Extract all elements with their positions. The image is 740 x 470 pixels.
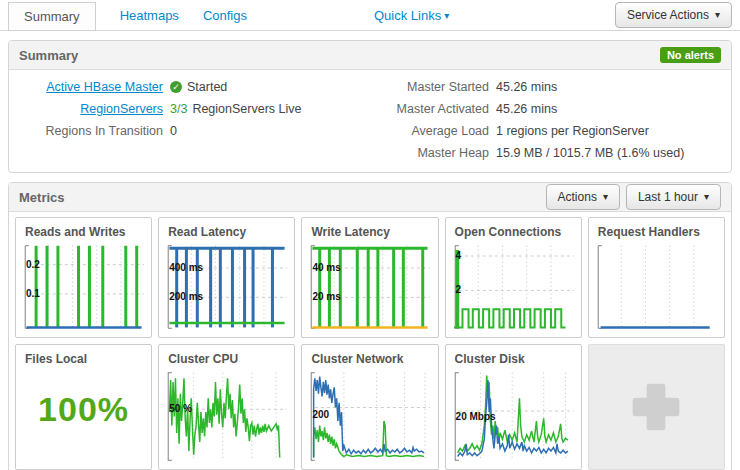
metrics-panel-header: Metrics Actions ▾ Last 1 hour ▾: [9, 183, 731, 212]
regionservers-live-count: 3/3: [170, 102, 187, 116]
quick-links-dropdown[interactable]: Quick Links ▾: [374, 0, 449, 31]
service-actions-label: Service Actions: [627, 8, 709, 22]
master-started-label: Master Started: [373, 80, 489, 94]
y-axis-label: 200 ms: [169, 292, 203, 302]
widget-title: Files Local: [16, 345, 151, 366]
widget-chart-open-connections: 42: [454, 244, 575, 330]
master-started-value: 45.26 mins: [496, 80, 557, 94]
average-load-label: Average Load: [373, 124, 489, 138]
metrics-actions-button[interactable]: Actions ▾: [546, 184, 620, 210]
summary-row-regions-in-transition: Regions In Transition 0: [21, 124, 373, 138]
no-alerts-badge[interactable]: No alerts: [660, 47, 721, 63]
summary-row-master-activated: Master Activated 45.26 mins: [373, 102, 719, 116]
caret-down-icon: ▾: [444, 11, 449, 21]
widget-title: Write Latency: [302, 218, 437, 239]
y-axis-label: 0.1: [26, 289, 40, 299]
master-heap-label: Master Heap: [373, 146, 489, 160]
widget-chart-write-latency: 40 ms20 ms: [310, 244, 431, 330]
master-activated-value: 45.26 mins: [496, 102, 557, 116]
widget-title: Open Connections: [446, 218, 581, 239]
metrics-panel: Metrics Actions ▾ Last 1 hour ▾ Reads an…: [8, 182, 732, 470]
metrics-widgets-grid: Reads and Writes0.20.1Read Latency400 ms…: [9, 212, 731, 470]
widget-chart-reads-and-writes: 0.20.1: [24, 244, 145, 330]
widget-cluster-cpu[interactable]: Cluster CPU50 %: [158, 344, 295, 470]
widget-files-local[interactable]: Files Local100%: [15, 344, 152, 470]
y-axis-label: 0.2: [26, 260, 40, 270]
widget-chart-cluster-cpu: 50 %: [167, 371, 288, 462]
service-actions-button[interactable]: Service Actions ▾: [615, 2, 732, 28]
summary-row-master-heap: Master Heap 15.9 MB / 1015.7 MB (1.6% us…: [373, 146, 719, 160]
master-heap-value: 15.9 MB / 1015.7 MB (1.6% used): [496, 146, 684, 160]
y-axis-label: 20 Mbps: [456, 412, 496, 422]
regions-in-transition-value: 0: [170, 124, 177, 138]
active-hbase-master-link[interactable]: Active HBase Master: [46, 80, 163, 94]
summary-left-column: Active HBase Master ✓ Started RegionServ…: [21, 80, 373, 168]
summary-right-column: Master Started 45.26 mins Master Activat…: [373, 80, 719, 168]
widget-chart-request-handlers: [597, 244, 718, 330]
regionservers-link[interactable]: RegionServers: [80, 102, 163, 116]
y-axis-label: 40 ms: [312, 263, 340, 273]
tab-summary[interactable]: Summary: [8, 2, 96, 31]
widget-reads-and-writes[interactable]: Reads and Writes0.20.1: [15, 217, 152, 338]
y-axis-label: 200: [312, 410, 329, 420]
average-load-value: 1 regions per RegionServer: [496, 124, 649, 138]
summary-panel: Summary No alerts Active HBase Master ✓ …: [8, 40, 732, 173]
summary-body: Active HBase Master ✓ Started RegionServ…: [9, 70, 731, 172]
master-activated-label: Master Activated: [373, 102, 489, 116]
widget-cluster-disk[interactable]: Cluster Disk20 Mbps: [445, 344, 582, 470]
caret-down-icon: ▾: [715, 10, 720, 20]
plus-icon: [628, 379, 684, 435]
status-started-icon: ✓: [170, 81, 182, 93]
y-axis-label: 2: [456, 285, 462, 295]
metrics-actions-label: Actions: [558, 190, 597, 204]
y-axis-label: 20 ms: [312, 292, 340, 302]
time-range-button[interactable]: Last 1 hour ▾: [626, 184, 721, 210]
widget-read-latency[interactable]: Read Latency400 ms200 ms: [158, 217, 295, 338]
service-tab-bar: Summary Heatmaps Configs Quick Links ▾ S…: [0, 0, 740, 31]
y-axis-label: 50 %: [169, 404, 192, 414]
widget-write-latency[interactable]: Write Latency40 ms20 ms: [301, 217, 438, 338]
summary-row-active-master: Active HBase Master ✓ Started: [21, 80, 373, 94]
y-axis-label: 4: [456, 251, 462, 261]
widget-title: Reads and Writes: [16, 218, 151, 239]
widget-title: Read Latency: [159, 218, 294, 239]
widget-chart-read-latency: 400 ms200 ms: [167, 244, 288, 330]
add-widget-tile[interactable]: [588, 344, 725, 470]
widget-open-connections[interactable]: Open Connections42: [445, 217, 582, 338]
y-axis-label: 400 ms: [169, 263, 203, 273]
metrics-panel-title: Metrics: [19, 190, 65, 205]
widget-chart-cluster-disk: 20 Mbps: [454, 371, 575, 462]
summary-panel-title: Summary: [19, 48, 78, 63]
widget-chart-cluster-network: 200: [310, 371, 431, 462]
files-local-value: 100%: [16, 390, 151, 429]
widget-title: Cluster CPU: [159, 345, 294, 366]
widget-request-handlers[interactable]: Request Handlers: [588, 217, 725, 338]
caret-down-icon: ▾: [704, 192, 709, 202]
regionservers-live-text: RegionServers Live: [192, 102, 301, 116]
time-range-label: Last 1 hour: [638, 190, 698, 204]
quick-links-label: Quick Links: [374, 8, 441, 23]
tab-configs[interactable]: Configs: [203, 0, 247, 30]
summary-row-regionservers: RegionServers 3/3 RegionServers Live: [21, 102, 373, 116]
summary-panel-header: Summary No alerts: [9, 41, 731, 70]
active-master-status: Started: [187, 80, 227, 94]
widget-title: Cluster Network: [302, 345, 437, 366]
summary-row-average-load: Average Load 1 regions per RegionServer: [373, 124, 719, 138]
tab-heatmaps[interactable]: Heatmaps: [120, 0, 179, 30]
regions-in-transition-label: Regions In Transition: [21, 124, 163, 138]
widget-title: Request Handlers: [589, 218, 724, 239]
widget-cluster-network[interactable]: Cluster Network200: [301, 344, 438, 470]
widget-title: Cluster Disk: [446, 345, 581, 366]
summary-row-master-started: Master Started 45.26 mins: [373, 80, 719, 94]
caret-down-icon: ▾: [603, 192, 608, 202]
